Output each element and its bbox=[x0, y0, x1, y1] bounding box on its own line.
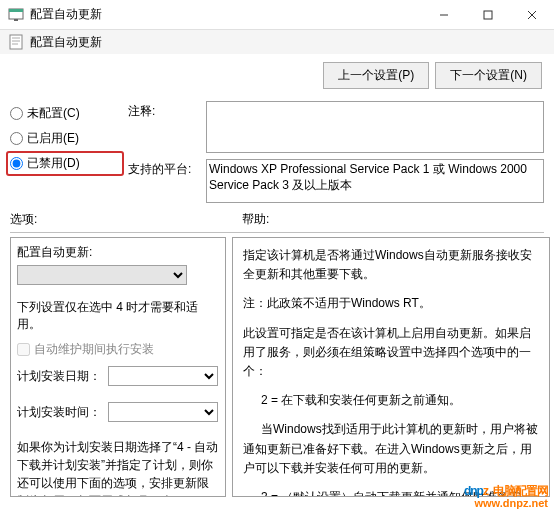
svg-rect-1 bbox=[9, 9, 23, 12]
sched-day-select[interactable] bbox=[108, 366, 218, 386]
help-section-label: 帮助: bbox=[242, 211, 269, 228]
options-longtext: 如果你为计划安装日期选择了“4 - 自动下载并计划安装”并指定了计划，则你还可以… bbox=[17, 438, 219, 497]
sched-time-select[interactable] bbox=[108, 402, 218, 422]
window-title: 配置自动更新 bbox=[30, 6, 422, 23]
sched-time-label: 计划安装时间： bbox=[17, 405, 101, 419]
radio-not-configured[interactable]: 未配置(C) bbox=[10, 105, 128, 122]
help-p4: 2 = 在下载和安装任何更新之前通知。 bbox=[243, 391, 539, 410]
separator bbox=[10, 232, 544, 233]
help-p1: 指定该计算机是否将通过Windows自动更新服务接收安全更新和其他重要下载。 bbox=[243, 246, 539, 284]
next-setting-button[interactable]: 下一个设置(N) bbox=[435, 62, 542, 89]
auto-maint-checkbox[interactable] bbox=[17, 343, 30, 356]
svg-rect-2 bbox=[14, 19, 18, 21]
minimize-button[interactable] bbox=[422, 0, 466, 30]
comment-textarea[interactable] bbox=[206, 101, 544, 153]
radio-enabled-input[interactable] bbox=[10, 132, 23, 145]
options-pane[interactable]: 配置自动更新: 下列设置仅在选中 4 时才需要和适用。 自动维护期间执行安装 计… bbox=[10, 237, 226, 497]
close-button[interactable] bbox=[510, 0, 554, 30]
options-section-label: 选项: bbox=[10, 211, 242, 228]
options-group-label: 配置自动更新: bbox=[17, 244, 219, 261]
platform-text: Windows XP Professional Service Pack 1 或… bbox=[206, 159, 544, 203]
radio-disabled-input[interactable] bbox=[10, 157, 23, 170]
auto-maint-label: 自动维护期间执行安装 bbox=[34, 341, 154, 358]
sched-day-label: 计划安装日期： bbox=[17, 369, 101, 383]
help-p5: 当Windows找到适用于此计算机的更新时，用户将被通知更新已准备好下载。在进入… bbox=[243, 420, 539, 478]
app-icon bbox=[8, 7, 24, 23]
radio-enabled[interactable]: 已启用(E) bbox=[10, 130, 128, 147]
page-subtitle: 配置自动更新 bbox=[30, 34, 102, 51]
svg-rect-7 bbox=[10, 35, 22, 49]
options-note: 下列设置仅在选中 4 时才需要和适用。 bbox=[17, 299, 219, 333]
platform-label: 支持的平台: bbox=[128, 159, 200, 203]
page-icon bbox=[8, 34, 24, 50]
prev-setting-button[interactable]: 上一个设置(P) bbox=[323, 62, 429, 89]
radio-not-configured-input[interactable] bbox=[10, 107, 23, 120]
radio-disabled[interactable]: 已禁用(D) bbox=[10, 155, 128, 172]
help-p2: 注：此政策不适用于Windows RT。 bbox=[243, 294, 539, 313]
help-p3: 此设置可指定是否在该计算机上启用自动更新。如果启用了服务，则必须在组策略设置中选… bbox=[243, 324, 539, 382]
update-mode-select[interactable] bbox=[17, 265, 187, 285]
maximize-button[interactable] bbox=[466, 0, 510, 30]
help-pane: 指定该计算机是否将通过Windows自动更新服务接收安全更新和其他重要下载。 注… bbox=[232, 237, 550, 497]
help-p6: 3 = （默认设置）自动下载更新并通知何时准备安装。 bbox=[243, 488, 539, 497]
comment-label: 注释: bbox=[128, 101, 200, 153]
svg-rect-4 bbox=[484, 11, 492, 19]
